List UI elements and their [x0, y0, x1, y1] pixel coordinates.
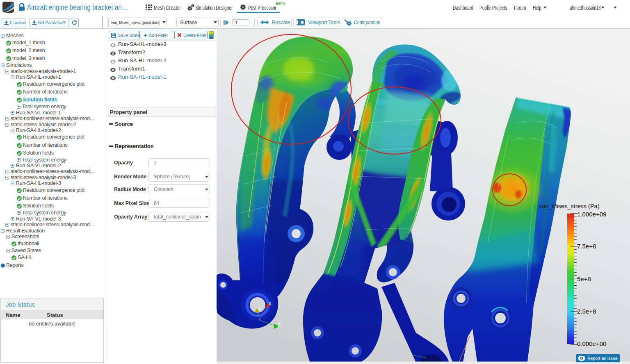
- svg-text:Report an issue: Report an issue: [587, 356, 618, 361]
- svg-text:Z: Z: [278, 322, 281, 328]
- svg-text:Y: Y: [258, 306, 261, 312]
- svg-text:1.000e+09: 1.000e+09: [577, 211, 606, 218]
- svg-text:0.000e+00: 0.000e+00: [577, 340, 606, 347]
- svg-text:7.5e+8: 7.5e+8: [577, 243, 596, 250]
- svg-text:2.5e+8: 2.5e+8: [577, 308, 596, 315]
- svg-text:X: X: [268, 301, 272, 307]
- svg-text:5e+8: 5e+8: [577, 275, 591, 282]
- svg-text:von_Mises_stress (Pa): von_Mises_stress (Pa): [539, 203, 599, 209]
